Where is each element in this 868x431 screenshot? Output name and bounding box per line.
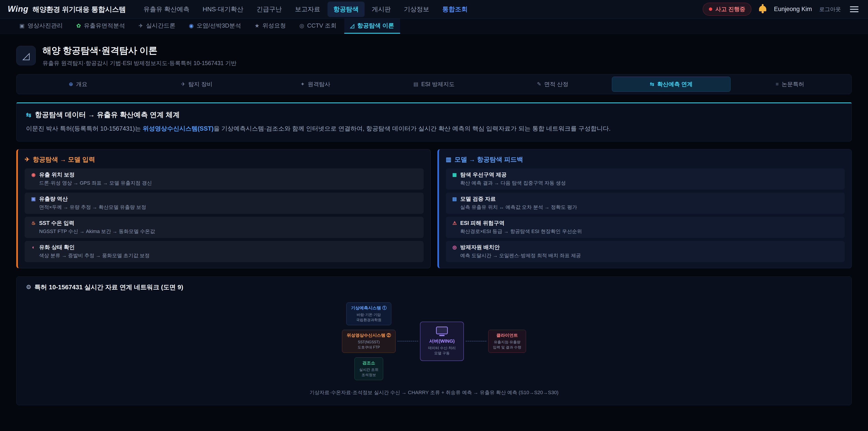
node-title: 기상예측시스템 ① xyxy=(351,305,386,311)
node-line: 도호쿠대 FTP xyxy=(347,345,391,350)
pill-area-calculation[interactable]: ✎ 면적 산정 xyxy=(493,76,612,92)
item-desc: 확산경로×ESI 등급 → 항공탐색 ESI 현장확인 우선순위 xyxy=(452,228,839,235)
topnav-right: 사고 진행중 Eunjeong Kim 로그아웃 xyxy=(703,3,860,16)
network-diagram: 기상예측시스템 ① 바람·기온·기압 국립환경과학원 위성영상수신시스템 ② S… xyxy=(26,302,842,380)
page-header: ◿ 해양 항공탐색·원격탐사 이론 유출유 원격탐지·항공감시 기법·ESI 방… xyxy=(16,44,852,67)
item-title: 모델 검증 자료 xyxy=(460,195,496,203)
deploy-target-icon: ◎ xyxy=(452,245,458,250)
subtab-image-photo[interactable]: ▣ 영상사진관리 xyxy=(13,19,69,34)
pill-diffusion-link[interactable]: ⇆ 확산예측 연계 xyxy=(612,76,731,92)
node-line: 모델 구동 xyxy=(428,350,456,356)
nav-hns-air-diffusion[interactable]: HNS·대기확산 xyxy=(197,2,249,17)
nav-board[interactable]: 게시판 xyxy=(366,2,397,17)
pill-esi-map[interactable]: ▤ ESI 방제지도 xyxy=(375,76,493,92)
nav-weather-info[interactable]: 기상정보 xyxy=(398,2,435,17)
subtab-cctv[interactable]: ◎ CCTV 조회 xyxy=(293,19,342,34)
node-title: 서버(WING) xyxy=(428,338,456,344)
pill-label: 개요 xyxy=(76,81,88,88)
page-header-text: 해양 항공탐색·원격탐사 이론 유출유 원격탐지·항공감시 기법·ESI 방제정… xyxy=(42,44,237,67)
nav-emergency-rescue[interactable]: 긴급구난 xyxy=(251,2,288,17)
node-title: 검조소 xyxy=(359,360,378,366)
pencil-icon: ✎ xyxy=(537,81,541,87)
pill-overview[interactable]: ⊕ 개요 xyxy=(19,76,137,92)
page-subtitle: 유출유 원격탐지·항공감시 기법·ESI 방제정보지도·등록특허 10-1567… xyxy=(42,59,237,67)
node-tide-station: 검조소 실시간 조위 조석정보 xyxy=(354,357,383,380)
model-to-aerial-title-row: ▥ 모델 → 항공탐색 피드백 xyxy=(446,155,845,164)
aerial-to-model-card: ✈ 항공탐색 → 모델 입력 ◉ 유출 위치 보정 드론·위성 영상 → GPS… xyxy=(16,149,431,268)
sub-tab-bar: ▣ 영상사진관리 ✿ 유출유면적분석 ✈ 실시간드론 ◉ 오염/선박3D분석 ★… xyxy=(0,19,868,34)
brand[interactable]: Wing 해양환경 위기대응 통합시스템 xyxy=(8,4,126,14)
item-desc: 드론·위성 영상 → GPS 좌표 → 모델 유출지점 갱신 xyxy=(31,180,418,186)
plane-icon: ✈ xyxy=(25,156,30,163)
main-content: ◿ 해양 항공탐색·원격탐사 이론 유출유 원격탐지·항공감시 기법·ESI 방… xyxy=(0,44,868,405)
subtab-label: CCTV 조회 xyxy=(307,22,337,30)
list-item: ◎ 방제자원 배치안 예측 도달시간 → 오일펜스·방제정 최적 배치 좌표 제… xyxy=(446,241,845,262)
list-item: ♨ SST 수온 입력 NGSST FTP 수신 → Akima 보간 → 동화… xyxy=(25,217,424,238)
section-pill-nav: ⊕ 개요 ✈ 탐지 장비 ✦ 원격탐사 ▤ ESI 방제지도 ✎ 면적 산정 ⇆… xyxy=(16,74,852,94)
link-icon: ⇆ xyxy=(26,111,31,119)
patent-network-title: 특허 10-1567431 실시간 자료 연계 네트워크 (도면 9) xyxy=(34,283,183,291)
item-title: 유화 상태 확인 xyxy=(39,244,74,251)
document-icon: ≡ xyxy=(776,81,778,87)
drone-icon: ✈ xyxy=(138,23,143,29)
connector-dashed-line xyxy=(397,341,418,341)
nav-report-data[interactable]: 보고자료 xyxy=(289,2,326,17)
sphere-icon: ◉ xyxy=(189,23,194,29)
overview-text-prefix: 이문진 박사 특허(등록특허 10-1567431)는 xyxy=(26,125,143,132)
pill-label: 논문특허 xyxy=(782,81,804,88)
subtab-label: 유출유면적분석 xyxy=(84,22,125,30)
patent-network-card: ⚙ 특허 10-1567431 실시간 자료 연계 네트워크 (도면 9) 기상… xyxy=(16,276,852,405)
monitor-icon xyxy=(436,327,448,334)
main-nav: 유출유 확산예측 HNS·대기확산 긴급구난 보고자료 항공탐색 게시판 기상정… xyxy=(137,2,703,17)
logout-button[interactable]: 로그아웃 xyxy=(819,6,841,13)
patent-network-title-row: ⚙ 특허 10-1567431 실시간 자료 연계 네트워크 (도면 9) xyxy=(26,283,842,291)
palette-icon: ◐ xyxy=(31,245,36,250)
flow-cards-row: ✈ 항공탐색 → 모델 입력 ◉ 유출 위치 보정 드론·위성 영상 → GPS… xyxy=(16,149,852,268)
item-title: ESI 피해 위험구역 xyxy=(460,219,504,227)
node-line: 국립환경과학원 xyxy=(351,317,386,322)
item-title: 유출량 역산 xyxy=(39,195,68,203)
list-item: ▦ 탐색 우선구역 제공 확산 예측 결과 → 다음 탐색 집중구역 자동 생성 xyxy=(446,168,845,190)
subtab-realtime-drone[interactable]: ✈ 실시간드론 xyxy=(133,19,181,34)
validation-chart-icon: ▤ xyxy=(452,196,458,202)
item-title-row: ⚠ ESI 피해 위험구역 xyxy=(452,219,839,227)
node-line: 입력 및 결과 수령 xyxy=(493,345,521,350)
node-weather-system: 기상예측시스템 ① 바람·기온·기압 국립환경과학원 xyxy=(346,302,391,325)
pill-label: 원격탐사 xyxy=(308,81,330,88)
pill-detection-equipment[interactable]: ✈ 탐지 장비 xyxy=(137,76,256,92)
ruler-icon: ◿ xyxy=(350,23,354,29)
page-header-chart-icon: ◿ xyxy=(16,46,36,65)
nav-integrated-search[interactable]: 통합조회 xyxy=(436,2,473,17)
hamburger-menu-icon[interactable] xyxy=(848,4,860,14)
item-title: 탐색 우선구역 제공 xyxy=(460,171,506,178)
item-title-row: ◉ 유출 위치 보정 xyxy=(31,171,418,178)
node-wing-server: 서버(WING) 데이터 수신·처리 모델 구동 xyxy=(420,321,464,361)
model-to-aerial-title: 모델 → 항공탐색 피드백 xyxy=(455,155,523,164)
nav-aerial-search[interactable]: 항공탐색 xyxy=(328,2,365,17)
cctv-icon: ◎ xyxy=(300,23,304,29)
area-icon: ▣ xyxy=(31,196,36,202)
item-desc: 실측 유출유 위치 ↔ 예측값 오차 분석 → 정확도 평가 xyxy=(452,204,839,211)
notification-bell-button[interactable] xyxy=(758,4,767,14)
bell-icon xyxy=(759,6,766,11)
pill-papers-patents[interactable]: ≡ 논문특허 xyxy=(731,76,849,92)
subtab-satellite-request[interactable]: ★ 위성요청 xyxy=(249,19,292,34)
sst-system-link[interactable]: 위성영상수신시스템(SST) xyxy=(143,125,214,132)
subtab-pollution-ship-3d[interactable]: ◉ 오염/선박3D분석 xyxy=(183,19,247,34)
item-title: 방제자원 배치안 xyxy=(460,244,500,251)
incident-status-badge[interactable]: 사고 진행중 xyxy=(703,3,751,16)
item-title-row: ▤ 모델 검증 자료 xyxy=(452,195,839,203)
incident-dot-icon xyxy=(709,7,712,11)
user-name[interactable]: Eunjeong Kim xyxy=(774,6,812,13)
pill-remote-sensing[interactable]: ✦ 원격탐사 xyxy=(256,76,375,92)
connector-dashed-line xyxy=(466,341,487,341)
subtab-oil-area-analysis[interactable]: ✿ 유출유면적분석 xyxy=(70,19,131,34)
aerial-to-model-title-row: ✈ 항공탐색 → 모델 입력 xyxy=(25,155,424,164)
item-title-row: ▣ 유출량 역산 xyxy=(31,195,418,203)
nav-spill-prediction[interactable]: 유출유 확산예측 xyxy=(137,2,195,17)
linkage-overview-title: 항공탐색 데이터 → 유출유 확산예측 연계 체계 xyxy=(35,110,180,120)
item-desc: 예측 도달시간 → 오일펜스·방제정 최적 배치 좌표 제공 xyxy=(452,252,839,259)
network-flow-caption: 기상자료·수온자료·조석정보 실시간 수신 → CHARRY 조류 + 취송류 … xyxy=(26,389,842,396)
subtab-aerial-theory[interactable]: ◿ 항공탐색 이론 xyxy=(344,19,400,34)
item-title-row: ◎ 방제자원 배치안 xyxy=(452,244,839,251)
